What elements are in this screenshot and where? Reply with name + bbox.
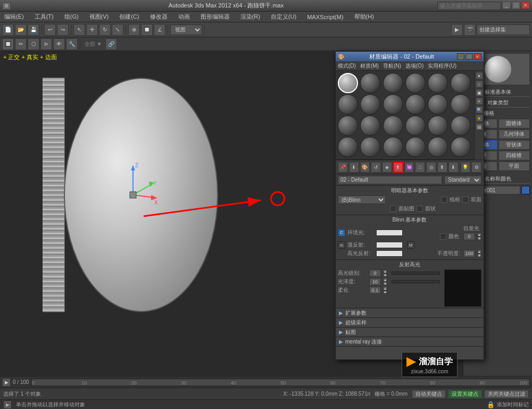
ref-coord-button[interactable]: ⊕ bbox=[128, 24, 140, 36]
menu-tools[interactable]: 工具(T) bbox=[32, 13, 56, 21]
gloss-up[interactable]: ▲ bbox=[383, 278, 387, 282]
save-button[interactable]: 💾 bbox=[28, 24, 39, 36]
mental-ray-section[interactable]: ▶ mental ray 连接 bbox=[336, 337, 484, 347]
menu-modifiers[interactable]: 修改器 bbox=[148, 13, 170, 21]
maps-section[interactable]: ▶ 贴图 bbox=[336, 328, 484, 337]
menu-customize[interactable]: 自定义(U) bbox=[269, 13, 298, 21]
mat-side-btn-5[interactable]: 🔍 bbox=[476, 106, 483, 113]
mat-sphere-12[interactable] bbox=[451, 94, 471, 114]
two-sided-checkbox[interactable] bbox=[462, 197, 469, 203]
mat-sphere-4[interactable] bbox=[405, 73, 426, 93]
mat-sphere-10[interactable] bbox=[405, 94, 426, 114]
mat-sphere-5[interactable] bbox=[428, 73, 448, 93]
mat-sphere-17[interactable] bbox=[428, 116, 448, 136]
new-button[interactable]: 📄 bbox=[2, 24, 14, 36]
mat-sphere-24[interactable] bbox=[451, 137, 471, 157]
menu-view[interactable]: 视图(V) bbox=[87, 13, 111, 21]
supersampling-section[interactable]: ▶ 超级采样 bbox=[336, 318, 484, 328]
make-unique-button[interactable]: ◈ bbox=[382, 162, 392, 173]
mat-sphere-3[interactable] bbox=[383, 73, 403, 93]
pick-material-button[interactable]: 💡 bbox=[461, 162, 471, 173]
mat-sphere-1[interactable] bbox=[338, 73, 358, 93]
redo-button[interactable]: ↪ bbox=[57, 24, 69, 36]
scale-button[interactable]: ⤡ bbox=[112, 24, 123, 36]
undo-button[interactable]: ↩ bbox=[44, 24, 56, 36]
mat-sphere-14[interactable] bbox=[360, 116, 380, 136]
menu-edit[interactable]: 编辑(E) bbox=[2, 13, 26, 21]
view-dropdown[interactable]: 视图 bbox=[170, 24, 202, 35]
mat-sphere-22[interactable] bbox=[405, 137, 426, 157]
motion-tab[interactable]: ⊳ bbox=[40, 38, 52, 50]
mat-side-btn-4[interactable]: ≡ bbox=[476, 97, 483, 105]
menu-group[interactable]: 组(G) bbox=[62, 13, 81, 21]
assign-material-button[interactable]: 🎨 bbox=[360, 162, 370, 173]
select-button[interactable]: ↖ bbox=[73, 24, 85, 36]
ambient-c-btn[interactable]: C bbox=[338, 229, 345, 236]
go-forward-button[interactable]: ⬇ bbox=[448, 162, 459, 173]
mat-sphere-2[interactable] bbox=[360, 73, 380, 93]
utilities-tab[interactable]: 🔧 bbox=[66, 38, 78, 50]
color-checkbox[interactable] bbox=[440, 233, 446, 240]
get-material-button[interactable]: 📌 bbox=[338, 162, 348, 173]
material-id-button[interactable]: 🆔 bbox=[404, 162, 414, 173]
faceted-checkbox[interactable] bbox=[417, 206, 423, 212]
glossiness-slider[interactable] bbox=[392, 280, 440, 283]
mat-sphere-8[interactable] bbox=[360, 94, 380, 114]
mat-menu-mode[interactable]: 模式(D) bbox=[338, 62, 356, 70]
menu-animation[interactable]: 动画 bbox=[176, 13, 192, 21]
material-editor[interactable]: 🎨 材质编辑器 - 02 - Default _ □ ✕ 模式(D) 材质(M)… bbox=[335, 51, 484, 360]
facemap-checkbox[interactable] bbox=[390, 206, 396, 212]
open-button[interactable]: 📂 bbox=[15, 24, 27, 36]
mat-side-btn-7[interactable]: ▤ bbox=[476, 123, 483, 130]
display-tab[interactable]: 👁 bbox=[53, 38, 65, 50]
ambient-color-box[interactable] bbox=[376, 230, 403, 236]
extended-params-section[interactable]: ▶ 扩展参数 bbox=[336, 308, 484, 318]
scene-btn[interactable]: 🔗 bbox=[105, 38, 117, 50]
mat-menu-navigation[interactable]: 导航(N) bbox=[383, 62, 401, 70]
spec-level-up[interactable]: ▲ bbox=[383, 269, 387, 273]
glossiness-value[interactable]: 10 bbox=[369, 278, 381, 285]
diffuse-map-btn[interactable]: M bbox=[407, 241, 414, 249]
snap-button[interactable]: 🔲 bbox=[141, 24, 153, 36]
opacity-down[interactable]: ▼ bbox=[477, 253, 481, 257]
mat-sphere-21[interactable] bbox=[383, 137, 403, 157]
color-down[interactable]: ▼ bbox=[477, 236, 481, 240]
mini-player-btn[interactable]: ▶ bbox=[3, 400, 12, 409]
geosphere-button[interactable]: 几何球体 bbox=[498, 129, 530, 139]
put-instance-button[interactable]: ⬆ bbox=[393, 162, 403, 173]
material-spheres-grid[interactable] bbox=[336, 71, 474, 160]
tube-button[interactable]: 管状体 bbox=[498, 140, 530, 150]
mat-sphere-16[interactable] bbox=[405, 116, 426, 136]
go-to-parent-button[interactable]: ⬆ bbox=[437, 162, 447, 173]
mat-maximize-button[interactable]: □ bbox=[466, 53, 473, 60]
modify-tab[interactable]: ✏ bbox=[15, 38, 27, 50]
mat-sphere-19[interactable] bbox=[338, 137, 358, 157]
menu-maxscript[interactable]: MAXScript(M) bbox=[305, 14, 345, 20]
plane-button[interactable]: 平面 bbox=[498, 161, 530, 171]
menu-help[interactable]: 帮助(H) bbox=[352, 13, 376, 21]
minimize-button[interactable]: _ bbox=[502, 2, 511, 9]
set-key-button[interactable]: 设置关键点 bbox=[448, 390, 482, 398]
key-filter-button[interactable]: 关闭关键点过滤 bbox=[484, 390, 529, 398]
object-color-swatch[interactable] bbox=[521, 186, 530, 194]
menu-create[interactable]: 创建(C) bbox=[117, 13, 141, 21]
mat-sphere-23[interactable] bbox=[428, 137, 448, 157]
mat-sphere-18[interactable] bbox=[451, 116, 471, 136]
mat-options-button[interactable]: ⚙ bbox=[471, 162, 481, 173]
lock-icon[interactable]: 🔒 bbox=[487, 401, 495, 408]
diffuse-m-btn[interactable]: m bbox=[338, 241, 345, 249]
mat-menu-utilities[interactable]: 实用程序(U) bbox=[428, 62, 456, 70]
mat-side-btn-3[interactable]: ▣ bbox=[476, 89, 483, 96]
move-button[interactable]: ✛ bbox=[86, 24, 98, 36]
soften-down[interactable]: ▼ bbox=[383, 290, 387, 294]
create-tab[interactable]: 🔲 bbox=[2, 38, 14, 50]
mat-minimize-button[interactable]: _ bbox=[457, 53, 464, 60]
angle-snap-button[interactable]: ∠ bbox=[154, 24, 165, 36]
mat-sphere-11[interactable] bbox=[428, 94, 448, 114]
render-setup-button[interactable]: ▶ bbox=[451, 24, 463, 36]
reset-material-button[interactable]: ↺ bbox=[371, 162, 381, 173]
play-button[interactable]: ▶ bbox=[2, 378, 11, 387]
mat-side-btn-6[interactable]: ★ bbox=[476, 114, 483, 122]
mat-sphere-13[interactable] bbox=[338, 116, 358, 136]
specular-color-box[interactable] bbox=[376, 250, 403, 257]
